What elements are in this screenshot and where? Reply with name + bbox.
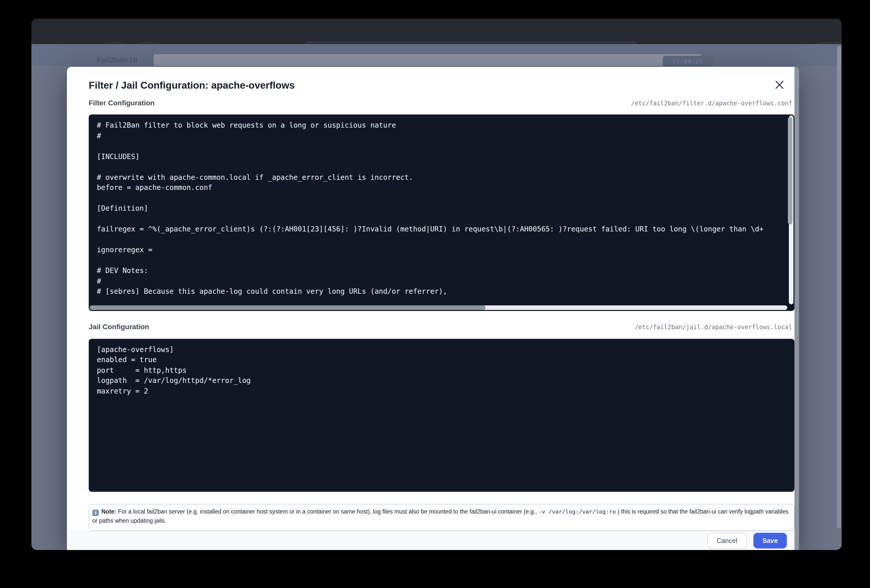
close-icon [775,80,784,89]
jail-section-label: Jail Configuration [89,323,149,331]
screenshot-stage: fail2ban.swissmakers.corp A 文 [0,0,870,588]
close-button[interactable] [774,79,785,91]
modal-footer: Cancel Save [67,530,799,550]
app-title: Fail2ban UI [97,55,137,64]
page-header: Fail2ban UI 22:08:25 [31,44,842,66]
filter-config-path: /etc/fail2ban/filter.d/apache-overflows.… [631,99,792,107]
save-button[interactable]: Save [754,533,787,548]
filter-editor-vscrollbar-track[interactable] [789,116,793,304]
filter-editor-hscrollbar-track[interactable] [90,305,787,310]
note-label: Note: [101,508,116,515]
filter-section-label: Filter Configuration [89,99,155,107]
page-scrollbar[interactable] [837,46,841,528]
modal-title: Filter / Jail Configuration: apache-over… [89,78,295,91]
filter-config-code[interactable]: # Fail2Ban filter to block web requests … [89,114,794,302]
info-icon: i [92,509,99,516]
cancel-button[interactable]: Cancel [707,533,746,548]
note-text-before: For a local fail2ban server (e.g. instal… [116,508,539,515]
filter-editor-vscrollbar-thumb[interactable] [788,117,793,224]
clock-text: 22:08:25 [672,58,703,65]
note-box: iNote: For a local fail2ban server (e.g.… [89,504,794,531]
page-nav-bar [153,54,701,66]
jail-config-editor[interactable]: [apache-overflows] enabled = true port =… [89,339,794,491]
jail-config-code[interactable]: [apache-overflows] enabled = true port =… [89,339,794,402]
browser-toolbar: fail2ban.swissmakers.corp A 文 [31,19,842,44]
clock-badge: 22:08:25 [663,56,713,67]
filter-config-editor[interactable]: # Fail2Ban filter to block web requests … [89,114,794,311]
modal-dialog: Filter / Jail Configuration: apache-over… [67,67,799,550]
modal-scrollbar[interactable] [794,67,799,550]
note-code: -v /var/log:/var/log:ro [539,508,616,515]
filter-editor-hscrollbar-thumb[interactable] [90,305,486,310]
jail-config-path: /etc/fail2ban/jail.d/apache-overflows.lo… [635,324,792,330]
browser-window: fail2ban.swissmakers.corp A 文 [31,19,842,550]
